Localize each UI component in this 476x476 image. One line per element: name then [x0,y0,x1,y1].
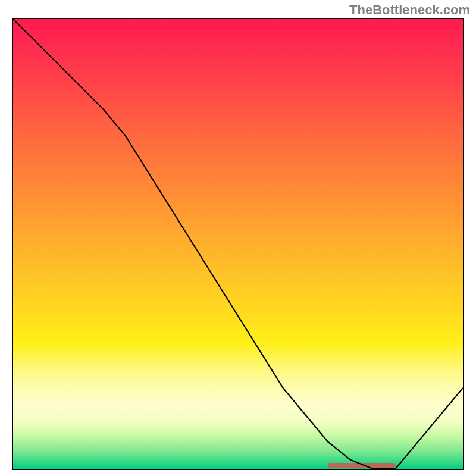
optimal-range-marker [328,463,395,468]
bottleneck-curve [13,19,463,469]
chart-container: TheBottleneck.com [0,0,476,476]
plot-area [12,18,464,470]
watermark-text: TheBottleneck.com [349,2,470,18]
chart-overlay [13,19,463,469]
